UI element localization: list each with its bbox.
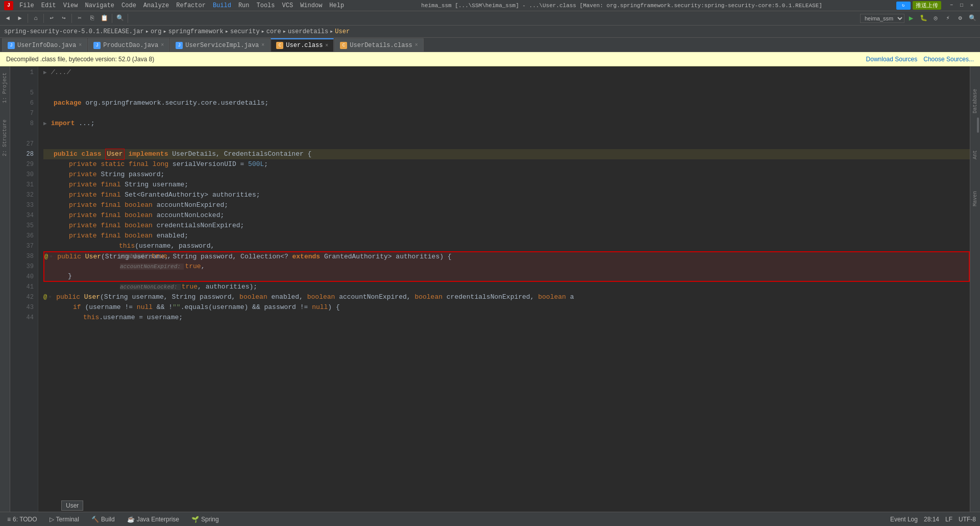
- ln-44: 44: [10, 313, 34, 323]
- spring-tab[interactable]: 🌱 Spring: [188, 515, 222, 524]
- toolbar-sep-2: [43, 14, 44, 23]
- breadcrumb-org[interactable]: org: [151, 28, 162, 35]
- fold-icon-8[interactable]: ▶: [43, 118, 47, 129]
- search-everywhere-btn[interactable]: 🔍: [967, 13, 978, 24]
- tab-productdao[interactable]: J ProductDao.java ×: [88, 38, 169, 52]
- minimize-button[interactable]: −: [947, 1, 955, 9]
- tab-close-userserviceimpl[interactable]: ×: [261, 42, 264, 48]
- breadcrumb-core[interactable]: core: [266, 28, 281, 35]
- forward-btn[interactable]: ▶: [14, 13, 26, 24]
- code-line-43: if (username != null && !"".equals(usern…: [43, 302, 970, 313]
- find-btn[interactable]: 🔍: [114, 13, 126, 24]
- tab-close-productdao[interactable]: ×: [161, 42, 164, 48]
- sync-icon[interactable]: ↻: [896, 2, 911, 10]
- settings-btn[interactable]: ⚙: [954, 13, 966, 24]
- cut-btn[interactable]: ✂: [74, 13, 85, 24]
- tab-userserviceimpl[interactable]: J UserServiceImpl.java ×: [170, 38, 270, 52]
- code-43-content: if (username != null && !"".equals(usern…: [53, 302, 340, 313]
- window-controls: ↻ 推送上传 − □ ✕: [896, 1, 976, 10]
- profile-btn[interactable]: ⚡: [942, 13, 953, 24]
- ln-29: 29: [10, 159, 34, 170]
- ant-panel-label[interactable]: Ant: [971, 148, 979, 161]
- ln-42: 42: [10, 292, 34, 302]
- menu-window[interactable]: Window: [297, 1, 325, 10]
- database-panel-label[interactable]: Database: [971, 87, 979, 115]
- project-panel-label[interactable]: 1: Project: [1, 70, 9, 105]
- close-button[interactable]: ✕: [968, 1, 976, 9]
- notification-links: Download Sources Choose Sources...: [866, 56, 974, 63]
- maven-panel-label[interactable]: Maven: [971, 189, 979, 208]
- upload-btn[interactable]: 推送上传: [913, 1, 941, 10]
- breadcrumb-jar[interactable]: spring-security-core-5.0.1.RELEASE.jar: [4, 28, 144, 35]
- coverage-btn[interactable]: ◎: [930, 13, 941, 24]
- menu-refactor[interactable]: Refactor: [173, 1, 209, 10]
- code-28-implements: implements UserDetails, CredentialsConta…: [125, 149, 312, 159]
- paste-btn[interactable]: 📋: [99, 13, 110, 24]
- todo-tab[interactable]: ≡ 6: TODO: [4, 515, 40, 524]
- menu-vcs[interactable]: VCS: [279, 1, 297, 10]
- back-btn[interactable]: ◀: [2, 13, 13, 24]
- tabs-bar: J UserInfoDao.java × J ProductDao.java ×…: [0, 38, 980, 52]
- run-button[interactable]: ▶: [905, 13, 917, 24]
- toolbar-sep-3: [71, 14, 72, 23]
- ln-43: 43: [10, 302, 34, 313]
- toolbar-sep-4: [112, 14, 112, 23]
- home-btn[interactable]: ⌂: [30, 13, 41, 24]
- ln-28: 28: [10, 149, 34, 159]
- menu-run[interactable]: Run: [235, 1, 253, 10]
- menu-code[interactable]: Code: [118, 1, 139, 10]
- menu-navigate[interactable]: Navigate: [82, 1, 117, 10]
- code-line-31: private final String username;: [43, 180, 970, 190]
- structure-panel-label[interactable]: 2: Structure: [1, 117, 9, 158]
- debug-btn[interactable]: 🐛: [918, 13, 929, 24]
- event-log-link[interactable]: Event Log: [890, 516, 918, 523]
- choose-sources-link[interactable]: Choose Sources...: [923, 56, 974, 63]
- code-40-content: }: [54, 271, 72, 281]
- menu-view[interactable]: View: [60, 1, 81, 10]
- tab-label-userdetails: UserDetails.class: [350, 42, 412, 49]
- tab-close-userinfodao[interactable]: ×: [79, 42, 82, 48]
- menu-build[interactable]: Build: [210, 1, 234, 10]
- tab-userclass[interactable]: C User.class ×: [271, 38, 334, 52]
- code-29-content: private static final long serialVersionU…: [54, 159, 268, 170]
- tab-userinfodao[interactable]: J UserInfoDao.java ×: [2, 38, 87, 52]
- status-bar: ≡ 6: TODO ▷ Terminal 🔨 Build ☕ Java Ente…: [0, 512, 980, 526]
- code-28-class: class: [82, 149, 106, 159]
- code-line-30: private String password;: [43, 170, 970, 180]
- redo-btn[interactable]: ↪: [58, 13, 69, 24]
- maximize-button[interactable]: □: [958, 1, 966, 9]
- ln-8: 8: [10, 118, 34, 129]
- terminal-tab[interactable]: ▷ Terminal: [46, 515, 82, 524]
- undo-btn[interactable]: ↩: [46, 13, 57, 24]
- toolbar-sep-1: [28, 14, 28, 23]
- menu-file[interactable]: File: [16, 1, 37, 10]
- breadcrumb-userdetails[interactable]: userdetails: [288, 28, 328, 35]
- tab-close-userclass[interactable]: ×: [325, 43, 328, 49]
- tab-userdetails[interactable]: C UserDetails.class ×: [334, 38, 423, 52]
- fold-icon-1[interactable]: ▶: [43, 67, 47, 78]
- ln-blank2: [10, 129, 34, 139]
- menu-tools[interactable]: Tools: [254, 1, 278, 10]
- branch-selector[interactable]: heima_ssm: [860, 14, 904, 23]
- code-import-semi: ;: [91, 118, 95, 129]
- copy-btn[interactable]: ⎘: [86, 13, 97, 24]
- code-28-user: User: [105, 149, 124, 160]
- build-tab[interactable]: 🔨 Build: [88, 515, 118, 524]
- toolbar-right: heima_ssm ▶ 🐛 ◎ ⚡ ⚙ 🔍: [860, 13, 978, 24]
- build-label: Build: [101, 516, 115, 523]
- menu-help[interactable]: Help: [326, 1, 347, 10]
- breadcrumb-springframework[interactable]: springframework: [168, 28, 224, 35]
- line-col-indicator: 28:14: [924, 516, 939, 523]
- breadcrumb-security[interactable]: security: [230, 28, 260, 35]
- menu-analyze[interactable]: Analyze: [140, 1, 172, 10]
- toolbar: ◀ ▶ ⌂ ↩ ↪ ✂ ⎘ 📋 🔍 heima_ssm ▶ 🐛 ◎ ⚡ ⚙ 🔍: [0, 11, 980, 26]
- menu-edit[interactable]: Edit: [38, 1, 59, 10]
- java-enterprise-tab[interactable]: ☕ Java Enterprise: [124, 515, 182, 524]
- ln-5: 5: [10, 88, 34, 98]
- scrollbar-thumb[interactable]: [977, 117, 979, 133]
- ln-7: 7: [10, 108, 34, 118]
- download-sources-link[interactable]: Download Sources: [866, 56, 918, 63]
- tab-close-userdetails[interactable]: ×: [415, 42, 418, 48]
- gutter-42: ◦: [48, 292, 54, 302]
- code-editor[interactable]: ▶ /.../ package org.springframework.secu…: [38, 66, 970, 512]
